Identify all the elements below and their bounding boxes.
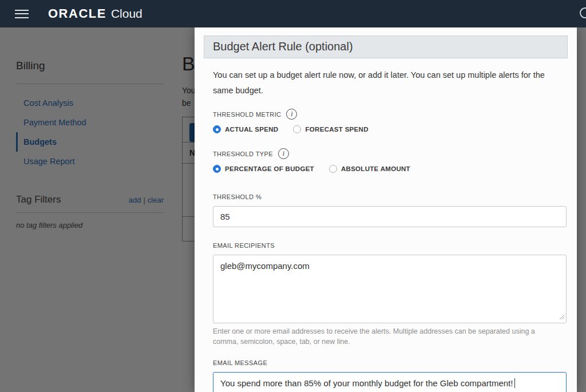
radio-icon [293, 125, 301, 133]
info-icon[interactable]: i [278, 148, 289, 159]
email-recipients-label: EMAIL RECIPIENTS [213, 242, 275, 249]
budget-alert-rule-modal: Budget Alert Rule (optional) You can set… [195, 27, 577, 392]
email-message-label: EMAIL MESSAGE [213, 359, 267, 366]
threshold-type-label-row: THRESHOLD TYPE i [213, 148, 559, 159]
radio-label: ABSOLUTE AMOUNT [341, 165, 410, 172]
threshold-type-options: PERCENTAGE OF BUDGET ABSOLUTE AMOUNT [213, 165, 559, 173]
modal-intro-text: You can set up a budget alert rule now, … [213, 68, 556, 98]
radio-forecast-spend[interactable]: FORECAST SPEND [293, 125, 368, 133]
threshold-percent-label-row: THRESHOLD % [213, 193, 559, 200]
radio-absolute-amount[interactable]: ABSOLUTE AMOUNT [329, 165, 410, 173]
radio-icon [213, 165, 221, 173]
email-message-value: You spend more than 85% of your monthly … [220, 378, 513, 388]
search-icon[interactable] [580, 7, 586, 18]
brand-cloud: Cloud [111, 7, 142, 21]
email-message-label-row: EMAIL MESSAGE [213, 359, 559, 366]
radio-label: ACTUAL SPEND [225, 126, 278, 133]
modal-title: Budget Alert Rule (optional) [204, 35, 568, 58]
threshold-type-label: THRESHOLD TYPE [213, 151, 273, 157]
modal-body: You can set up a budget alert rule now, … [195, 58, 577, 392]
threshold-percent-label: THRESHOLD % [213, 193, 262, 200]
email-recipients-value: gleb@mycompany.com [220, 261, 310, 271]
threshold-metric-options: ACTUAL SPEND FORECAST SPEND [213, 125, 559, 133]
radio-label: PERCENTAGE OF BUDGET [225, 165, 314, 172]
radio-icon [329, 165, 337, 173]
info-icon[interactable]: i [286, 109, 297, 120]
text-cursor [514, 378, 515, 388]
oracle-cloud-logo: ORACLE Cloud [48, 6, 142, 21]
oracle-cloud-console: ORACLE Cloud Billing Cost Analysis Payme… [0, 0, 586, 392]
radio-icon [213, 125, 221, 133]
threshold-metric-label: THRESHOLD METRIC [213, 111, 281, 118]
resize-grip-icon[interactable] [559, 312, 565, 322]
hamburger-menu-icon[interactable] [15, 10, 29, 18]
radio-label: FORECAST SPEND [305, 126, 368, 133]
radio-actual-spend[interactable]: ACTUAL SPEND [213, 125, 278, 133]
email-recipients-help-text: Enter one or more email addresses to rec… [213, 327, 559, 347]
radio-percentage-of-budget[interactable]: PERCENTAGE OF BUDGET [213, 165, 314, 173]
email-recipients-label-row: EMAIL RECIPIENTS [213, 242, 559, 249]
email-message-textarea[interactable]: You spend more than 85% of your monthly … [213, 372, 567, 392]
email-recipients-textarea[interactable]: gleb@mycompany.com [213, 255, 567, 323]
threshold-metric-label-row: THRESHOLD METRIC i [213, 109, 559, 120]
top-navigation-bar: ORACLE Cloud [0, 0, 586, 27]
threshold-percent-input[interactable]: 85 [213, 206, 567, 227]
brand-oracle: ORACLE [48, 6, 106, 21]
